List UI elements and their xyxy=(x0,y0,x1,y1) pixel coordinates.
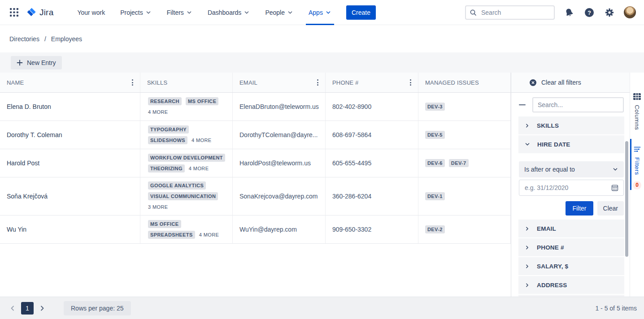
nav-item-label: Your work xyxy=(77,9,105,16)
skills-line: VISUAL COMMUNICATION xyxy=(148,191,218,202)
phone-cell: 608-697-5864 xyxy=(326,121,418,149)
filter-section-hire-date[interactable]: HIRE DATE xyxy=(518,135,624,153)
column-header-managed-issues[interactable]: MANAGED ISSUES xyxy=(418,73,511,92)
filter-section-skills[interactable]: SKILLS xyxy=(518,116,624,134)
more-skills-link[interactable]: 4 MORE xyxy=(199,232,219,237)
column-header-label: MANAGED ISSUES xyxy=(425,79,479,86)
filter-apply-button[interactable]: Filter xyxy=(566,201,593,216)
nav-item-your-work[interactable]: Your work xyxy=(76,0,106,25)
nav-item-label: Apps xyxy=(309,9,323,16)
skill-chip: MS OFFICE xyxy=(148,220,181,228)
collapse-all-icon[interactable] xyxy=(519,104,526,105)
more-skills-link[interactable]: 3 MORE xyxy=(148,204,168,210)
breadcrumb-directories[interactable]: Directories xyxy=(9,35,39,43)
tab-filters[interactable]: Filters 0 xyxy=(630,139,644,190)
tab-columns[interactable]: Columns xyxy=(630,93,644,130)
more-skills-link[interactable]: 4 MORE xyxy=(191,138,212,143)
issue-chip[interactable]: DEV-6 xyxy=(425,159,445,167)
column-menu-icon[interactable] xyxy=(130,78,135,87)
panel-scrollbar-thumb[interactable] xyxy=(625,141,628,257)
topbar-right-cluster: ? xyxy=(465,5,636,20)
jira-logo[interactable]: Jira xyxy=(26,7,53,18)
nav-item-dashboards[interactable]: Dashboards xyxy=(206,0,252,25)
column-menu-icon[interactable] xyxy=(315,78,320,87)
column-header-phone[interactable]: PHONE # xyxy=(326,73,418,92)
rows-per-page-selector[interactable]: Rows per page: 25 xyxy=(64,301,131,315)
skills-line: SLIDESHOWS4 MORE xyxy=(148,135,212,146)
right-sidebar: Columns Filters 0 xyxy=(630,73,644,297)
filter-section-address[interactable]: ADDRESS xyxy=(518,276,624,294)
filter-section-label: SKILLS xyxy=(537,122,559,129)
filters-count-badge: 0 xyxy=(633,181,641,190)
primary-nav: Your workProjectsFiltersDashboardsPeople… xyxy=(70,0,339,25)
nav-item-filters[interactable]: Filters xyxy=(165,0,194,25)
column-header-label: NAME xyxy=(7,79,24,86)
column-header-skills[interactable]: SKILLS xyxy=(140,73,233,92)
new-entry-button[interactable]: New Entry xyxy=(11,56,62,69)
more-skills-link[interactable]: 4 MORE xyxy=(148,109,168,115)
filter-section-label: PHONE # xyxy=(537,244,564,251)
issue-chip[interactable]: DEV-2 xyxy=(425,225,445,233)
skills-cell: GOOGLE ANALYTICSVISUAL COMMUNICATION3 MO… xyxy=(140,177,233,215)
table-body: Elena D. BrutonRESEARCHMS OFFICE4 MOREEl… xyxy=(0,93,511,244)
jira-employee-directory-app: Jira Your workProjectsFiltersDashboardsP… xyxy=(0,0,644,319)
issue-chip[interactable]: DEV-5 xyxy=(425,131,445,139)
nav-item-label: Projects xyxy=(120,9,143,16)
help-icon[interactable]: ? xyxy=(583,7,595,18)
email-cell: DorothyTColeman@dayre... xyxy=(233,121,326,149)
skills-line: GOOGLE ANALYTICS xyxy=(148,180,206,191)
issue-chip[interactable]: DEV-3 xyxy=(425,103,445,111)
column-header-label: SKILLS xyxy=(147,79,167,86)
previous-page-icon[interactable] xyxy=(7,303,18,314)
filter-section-salary[interactable]: SALARY, $ xyxy=(518,257,624,275)
more-skills-link[interactable]: 4 MORE xyxy=(189,166,209,171)
next-page-icon[interactable] xyxy=(37,303,48,314)
breadcrumb-employees[interactable]: Employees xyxy=(51,35,82,43)
current-page-button[interactable]: 1 xyxy=(21,302,34,315)
column-header-email[interactable]: EMAIL xyxy=(233,73,326,92)
notifications-bell-icon[interactable] xyxy=(563,7,575,18)
column-menu-icon[interactable] xyxy=(408,78,413,87)
user-avatar[interactable] xyxy=(624,6,636,18)
skills-line: WORKFLOW DEVELOPMENT xyxy=(148,152,225,163)
hire-date-input[interactable] xyxy=(524,184,608,192)
clear-all-filters[interactable]: Clear all filters xyxy=(511,73,630,93)
search-input[interactable] xyxy=(480,9,550,17)
skills-cell: MS OFFICESPREADSHEETS4 MORE xyxy=(140,216,233,243)
filter-section-label: HIRE DATE xyxy=(537,141,570,148)
column-header-label: EMAIL xyxy=(239,79,257,86)
operator-value: Is after or equal to xyxy=(524,166,575,173)
global-search[interactable] xyxy=(465,5,555,20)
create-button[interactable]: Create xyxy=(346,5,376,20)
skills-cell: WORKFLOW DEVELOPMENTTHEORIZING4 MORE xyxy=(140,149,233,177)
issue-chip[interactable]: DEV-1 xyxy=(425,192,445,200)
column-header-name[interactable]: NAME xyxy=(0,73,140,92)
table-row[interactable]: Soňa KrejčováGOOGLE ANALYTICSVISUAL COMM… xyxy=(0,177,511,216)
settings-gear-icon[interactable] xyxy=(604,7,615,18)
skill-chip: THEORIZING xyxy=(148,164,185,172)
nav-item-apps[interactable]: Apps xyxy=(307,0,333,25)
skills-line: THEORIZING4 MORE xyxy=(148,163,209,174)
hire-date-operator-select[interactable]: Is after or equal to xyxy=(519,161,624,177)
table-row[interactable]: Elena D. BrutonRESEARCHMS OFFICE4 MOREEl… xyxy=(0,93,511,121)
name-cell: Elena D. Bruton xyxy=(0,93,140,121)
svg-text:?: ? xyxy=(587,9,591,16)
filter-section-label: SALARY, $ xyxy=(537,263,568,270)
nav-item-people[interactable]: People xyxy=(264,0,295,25)
filter-section-email[interactable]: EMAIL xyxy=(518,220,624,237)
top-navigation-bar: Jira Your workProjectsFiltersDashboardsP… xyxy=(0,0,644,25)
chevron-down-icon xyxy=(186,9,192,16)
filter-clear-button[interactable]: Clear xyxy=(597,201,624,216)
app-switcher-icon[interactable] xyxy=(8,7,20,18)
name-cell: Wu Yin xyxy=(0,216,140,243)
filter-section-phone[interactable]: PHONE # xyxy=(518,238,624,256)
table-row[interactable]: Harold PostWORKFLOW DEVELOPMENTTHEORIZIN… xyxy=(0,149,511,177)
filter-search-input[interactable] xyxy=(532,97,624,112)
table-row[interactable]: Wu YinMS OFFICESPREADSHEETS4 MOREWuYin@d… xyxy=(0,216,511,244)
skill-chip: SLIDESHOWS xyxy=(148,136,187,144)
email-cell: ElenaDBruton@teleworm.us xyxy=(233,93,326,121)
issue-chip[interactable]: DEV-7 xyxy=(449,159,469,167)
skills-line: 3 MORE xyxy=(148,202,168,212)
nav-item-projects[interactable]: Projects xyxy=(119,0,153,25)
table-row[interactable]: Dorothy T. ColemanTYPOGRAPHYSLIDESHOWS4 … xyxy=(0,121,511,149)
